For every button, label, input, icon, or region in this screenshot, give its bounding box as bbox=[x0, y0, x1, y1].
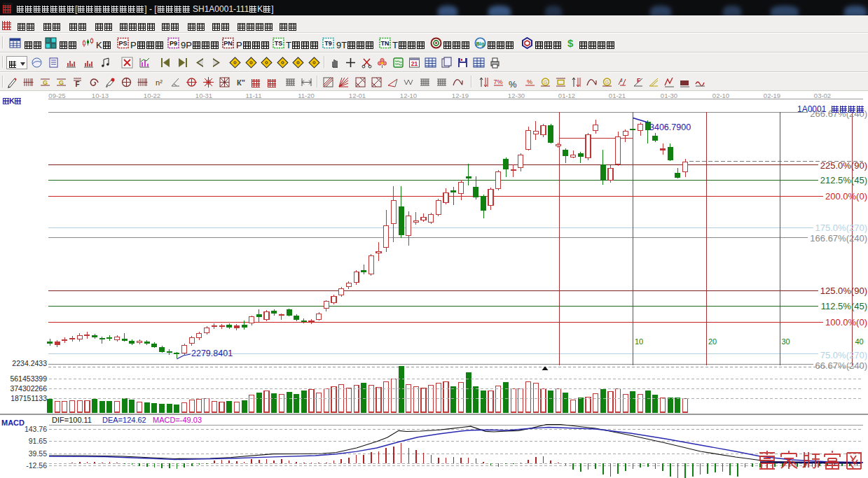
svg-text:91.65: 91.65 bbox=[29, 437, 47, 445]
svg-text:02-10: 02-10 bbox=[712, 92, 729, 99]
svg-text:01-12: 01-12 bbox=[558, 92, 575, 99]
svg-text:100.0%(0): 100.0%(0) bbox=[825, 317, 867, 328]
svg-text:DEA=124.62: DEA=124.62 bbox=[102, 416, 146, 424]
svg-text:39.55: 39.55 bbox=[29, 449, 47, 458]
svg-text:10-31: 10-31 bbox=[195, 92, 212, 99]
svg-text:2234.2433: 2234.2433 bbox=[12, 359, 47, 367]
svg-text:10-22: 10-22 bbox=[144, 92, 160, 99]
svg-text:166.67%(240): 166.67%(240) bbox=[810, 233, 867, 244]
svg-text:-12.56: -12.56 bbox=[26, 461, 47, 470]
svg-text:12-30: 12-30 bbox=[508, 92, 525, 99]
svg-text:02-19: 02-19 bbox=[764, 92, 780, 99]
svg-text:03-02: 03-02 bbox=[814, 92, 831, 99]
svg-text:112.5%(45): 112.5%(45) bbox=[821, 301, 867, 311]
svg-text:212.5%(45): 212.5%(45) bbox=[820, 175, 867, 185]
svg-text:10: 10 bbox=[635, 337, 643, 346]
svg-text:2279.8401: 2279.8401 bbox=[191, 349, 233, 358]
svg-text:75.0%(270): 75.0%(270) bbox=[820, 350, 867, 360]
svg-text:11-11: 11-11 bbox=[246, 92, 262, 99]
svg-text:09-25: 09-25 bbox=[48, 92, 65, 99]
svg-text:12-01: 12-01 bbox=[349, 92, 366, 99]
svg-text:66.67%(240): 66.67%(240) bbox=[815, 360, 867, 371]
svg-text:40: 40 bbox=[855, 337, 864, 346]
svg-text:143.76: 143.76 bbox=[25, 425, 47, 433]
svg-text:12-19: 12-19 bbox=[452, 92, 469, 99]
svg-text:125.0%(90): 125.0%(90) bbox=[820, 286, 867, 296]
svg-text:187151133: 187151133 bbox=[11, 394, 47, 402]
svg-text:12-10: 12-10 bbox=[400, 92, 417, 99]
svg-text:20: 20 bbox=[708, 337, 717, 346]
svg-text:MACD=-49.03: MACD=-49.03 bbox=[153, 416, 202, 424]
svg-text:11-20: 11-20 bbox=[298, 92, 315, 99]
svg-text:200.0%(0): 200.0%(0) bbox=[825, 191, 867, 202]
svg-text:225.0%(90): 225.0%(90) bbox=[820, 160, 867, 171]
svg-text:01-30: 01-30 bbox=[661, 92, 677, 99]
svg-text:374302266: 374302266 bbox=[10, 384, 47, 393]
svg-text:10-13: 10-13 bbox=[92, 92, 109, 99]
svg-text:30: 30 bbox=[782, 337, 790, 346]
svg-text:3406.7900: 3406.7900 bbox=[649, 122, 691, 132]
svg-text:01-21: 01-21 bbox=[609, 92, 626, 99]
svg-text:561453399: 561453399 bbox=[10, 374, 47, 383]
svg-text:DIF=100.11: DIF=100.11 bbox=[52, 416, 92, 424]
svg-text:175.0%(270): 175.0%(270) bbox=[815, 223, 867, 233]
